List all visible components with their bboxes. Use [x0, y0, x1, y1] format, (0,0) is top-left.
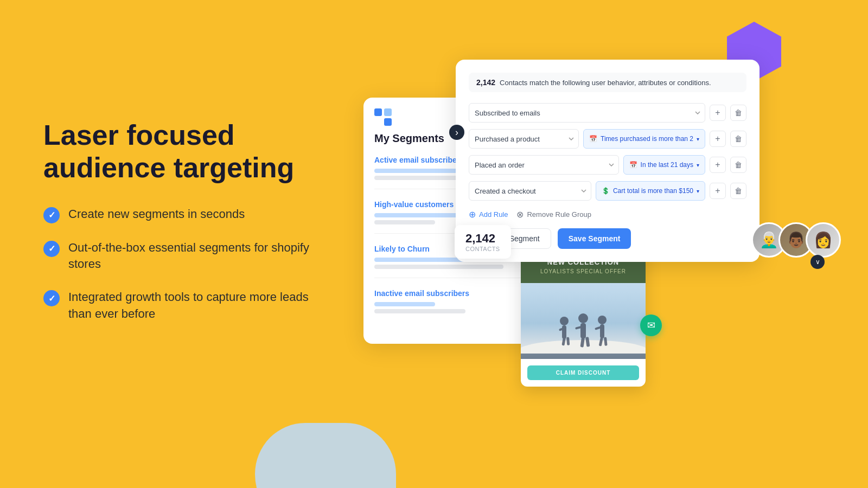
rule-tag-checkout[interactable]: 💲 Cart total is more than $150 ▾	[596, 181, 705, 201]
email-offer: Loyalists Special Offer	[529, 268, 637, 274]
svg-point-12	[598, 316, 607, 324]
rule-tag-purchased[interactable]: 📅 Times purchased is more than 2 ▾	[583, 129, 705, 149]
feature-text-3: Integrated growth tools to capture more …	[68, 289, 326, 323]
segment-bar	[374, 265, 503, 269]
add-rule-label: Add Rule	[479, 210, 508, 219]
segment-bars-inactive	[374, 302, 526, 313]
svg-rect-8	[580, 323, 586, 338]
rule-delete-btn-2[interactable]: 🗑	[730, 131, 746, 147]
calendar-icon-2: 📅	[629, 161, 637, 169]
remove-rule-icon: ⊗	[516, 209, 524, 220]
avatar-group: 👨‍🦳 👨🏾 👩	[751, 222, 841, 258]
claim-discount-button[interactable]: Claim Discount	[527, 365, 639, 380]
avatar-3: 👩	[806, 222, 841, 258]
logo-block-tl	[374, 108, 382, 116]
snow-people-svg	[521, 283, 646, 354]
segment-bar	[374, 176, 465, 180]
check-icon-3	[43, 290, 60, 306]
rule-row-1: Subscribed to emails + 🗑	[469, 103, 746, 123]
remove-rule-button[interactable]: ⊗ Remove Rule Group	[516, 209, 591, 220]
rule-tag-order[interactable]: 📅 In the last 21 days ▾	[623, 155, 705, 175]
rule-select-1[interactable]: Subscribed to emails	[469, 103, 705, 123]
rule-row-3: Placed an order 📅 In the last 21 days ▾ …	[469, 155, 746, 175]
rule-select-4[interactable]: Created a checkout	[469, 181, 591, 201]
rule-row-2: Purchased a product 📅 Times purchased is…	[469, 129, 746, 149]
segment-bar	[374, 309, 465, 313]
app-logo	[374, 108, 392, 126]
feature-item-1: Create new segments in seconds	[43, 206, 326, 223]
save-segment-button[interactable]: Save Segment	[558, 228, 631, 249]
rule-tag-order-text: In the last 21 days	[641, 161, 693, 169]
down-chevron-icon	[810, 255, 825, 269]
segment-item-inactive[interactable]: Inactive email subscribers	[374, 289, 526, 322]
left-content-area: Laser focused audience targeting Create …	[43, 119, 326, 323]
contacts-number: 2,142	[465, 232, 500, 246]
arrow-circle-icon	[449, 125, 464, 140]
segment-bar	[374, 302, 435, 306]
remove-rule-label: Remove Rule Group	[527, 210, 591, 219]
calendar-icon-1: 📅	[589, 135, 597, 143]
add-rule-plus-icon: ⊕	[469, 209, 476, 220]
check-icon-1	[43, 207, 60, 223]
send-email-icon	[640, 314, 662, 336]
segment-bar	[374, 220, 435, 224]
rule-add-btn-4[interactable]: +	[710, 183, 726, 199]
feature-text-1: Create new segments in seconds	[68, 206, 245, 223]
contacts-badge-card: 2,142 Contacts	[455, 225, 511, 259]
check-icon-2	[43, 241, 60, 257]
feature-item-2: Out-of-the-box essential segments for sh…	[43, 240, 326, 273]
rule-delete-btn-3[interactable]: 🗑	[730, 157, 746, 173]
dollar-icon: 💲	[602, 187, 610, 195]
feature-item-3: Integrated growth tools to capture more …	[43, 289, 326, 323]
email-image	[521, 283, 646, 359]
rule-row-4: Created a checkout 💲 Cart total is more …	[469, 181, 746, 201]
rule-add-btn-2[interactable]: +	[710, 131, 726, 147]
rule-delete-btn-4[interactable]: 🗑	[730, 183, 746, 199]
rule-delete-btn-1[interactable]: 🗑	[730, 105, 746, 121]
decorative-blue-shape	[255, 423, 396, 488]
svg-point-7	[578, 313, 588, 323]
panels-area: My Segments Active email subscribers Hig…	[363, 54, 852, 466]
svg-rect-13	[600, 324, 604, 338]
rule-tag-checkout-text: Cart total is more than $150	[613, 187, 693, 195]
segment-bar	[374, 258, 465, 262]
rule-add-btn-3[interactable]: +	[710, 157, 726, 173]
add-remove-row: ⊕ Add Rule ⊗ Remove Rule Group	[469, 209, 746, 220]
tag-dropdown-arrow-3: ▾	[697, 188, 699, 194]
logo-block-br	[384, 118, 392, 126]
feature-list: Create new segments in seconds Out-of-th…	[43, 206, 326, 323]
tag-dropdown-arrow: ▾	[697, 136, 699, 142]
svg-rect-3	[562, 325, 566, 339]
builder-header-text: Contacts match the following user behavi…	[500, 79, 711, 87]
rule-tag-purchased-text: Times purchased is more than 2	[601, 135, 693, 143]
main-heading: Laser focused audience targeting	[43, 119, 326, 184]
tag-dropdown-arrow-2: ▾	[697, 162, 699, 168]
snow-scene	[521, 283, 646, 354]
add-rule-button[interactable]: ⊕ Add Rule	[469, 209, 508, 220]
rule-select-2[interactable]: Purchased a product	[469, 129, 579, 149]
segment-name-inactive: Inactive email subscribers	[374, 289, 526, 298]
email-footer: Claim Discount	[521, 359, 646, 387]
rule-select-3[interactable]: Placed an order	[469, 155, 619, 175]
contacts-label: Contacts	[465, 246, 500, 252]
feature-text-2: Out-of-the-box essential segments for sh…	[68, 240, 326, 273]
rule-add-btn-1[interactable]: +	[710, 105, 726, 121]
logo-block-tr	[384, 108, 392, 116]
contacts-info-badge: 2,142 Contacts	[455, 225, 511, 259]
svg-point-2	[560, 317, 569, 325]
avatar-face-3: 👩	[807, 224, 839, 256]
builder-header: 2,142 Contacts match the following user …	[469, 73, 746, 92]
contact-count-bold: 2,142	[476, 78, 495, 87]
